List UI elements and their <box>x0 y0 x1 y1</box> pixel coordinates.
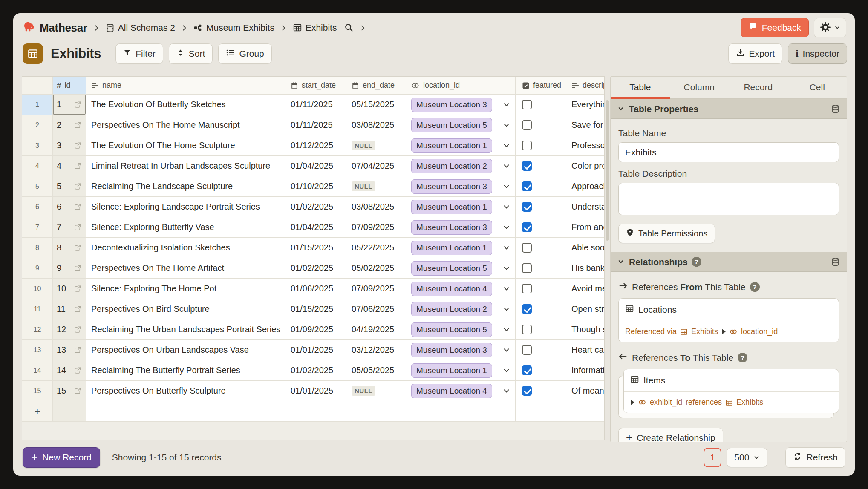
featured-checkbox[interactable] <box>522 161 532 171</box>
location-record-pill[interactable]: Museum Location 1 <box>411 200 492 214</box>
id-cell[interactable]: 9 <box>53 258 86 278</box>
chevron-down-icon[interactable] <box>503 183 510 190</box>
open-record-icon[interactable] <box>74 346 82 354</box>
open-record-icon[interactable] <box>74 141 82 150</box>
chevron-down-icon[interactable] <box>503 142 510 149</box>
name-cell[interactable]: Perspectives On Urban Landscapes Vase <box>86 340 285 360</box>
row-number-cell[interactable]: 12 <box>22 319 53 339</box>
scrollbar-thumb[interactable] <box>606 100 609 241</box>
row-number-cell[interactable]: 4 <box>22 156 53 176</box>
featured-checkbox[interactable] <box>522 263 532 273</box>
chevron-down-icon[interactable] <box>503 224 510 231</box>
location-cell[interactable]: Museum Location 4 <box>406 381 516 401</box>
breadcrumb-table[interactable]: Exhibits <box>293 23 337 33</box>
breadcrumb-expand-icon[interactable] <box>360 25 366 31</box>
name-cell[interactable]: Perspectives On Butterfly Sculpture <box>86 381 285 401</box>
featured-cell[interactable] <box>516 258 566 278</box>
description-cell[interactable]: Save for p <box>566 115 605 135</box>
name-cell[interactable]: Reclaiming The Landscape Sculpture <box>86 176 285 196</box>
featured-cell[interactable] <box>516 115 566 135</box>
open-record-icon[interactable] <box>74 101 82 109</box>
location-cell[interactable]: Museum Location 5 <box>406 258 516 278</box>
featured-checkbox[interactable] <box>522 304 532 314</box>
chevron-down-icon[interactable] <box>503 346 510 354</box>
breadcrumb-database[interactable]: Museum Exhibits <box>193 23 274 33</box>
row-number-cell[interactable]: 14 <box>22 360 53 380</box>
description-cell[interactable]: Heart cau <box>566 340 605 360</box>
relationships-section-header[interactable]: Relationships ? <box>611 252 847 272</box>
location-cell[interactable]: Museum Location 1 <box>406 360 516 380</box>
open-record-icon[interactable] <box>74 366 82 374</box>
header-end-date[interactable]: end_date <box>346 77 406 94</box>
name-cell[interactable]: Decontextualizing Isolation Sketches <box>86 238 285 258</box>
header-featured[interactable]: featured <box>516 77 566 94</box>
featured-cell[interactable] <box>516 381 566 401</box>
open-record-icon[interactable] <box>74 244 82 252</box>
name-cell[interactable]: Reclaiming The Butterfly Portrait Series <box>86 360 285 380</box>
featured-cell[interactable] <box>516 135 566 155</box>
id-cell[interactable]: 14 <box>53 360 86 380</box>
end-date-cell[interactable]: 05/22/2025NULL <box>346 238 406 258</box>
location-record-pill[interactable]: Museum Location 3 <box>411 179 492 194</box>
featured-cell[interactable] <box>516 279 566 299</box>
row-number-cell[interactable]: 13 <box>22 340 53 360</box>
filter-button[interactable]: Filter <box>115 43 163 64</box>
open-record-icon[interactable] <box>74 203 82 211</box>
description-cell[interactable]: Color pro <box>566 156 605 176</box>
tab-table[interactable]: Table <box>611 77 670 98</box>
header-start-date[interactable]: start_date <box>285 77 346 94</box>
start-date-cell[interactable]: 01/02/2025 <box>285 258 346 278</box>
end-date-cell[interactable]: 05/15/2025NULL <box>346 95 406 115</box>
description-cell[interactable]: From anc <box>566 217 605 237</box>
tab-cell[interactable]: Cell <box>788 77 847 98</box>
location-record-pill[interactable]: Museum Location 3 <box>411 343 492 357</box>
start-date-cell[interactable]: 01/06/2025 <box>285 279 346 299</box>
start-date-cell[interactable]: 01/01/2025 <box>285 340 346 360</box>
location-cell[interactable]: Museum Location 4 <box>406 279 516 299</box>
featured-checkbox[interactable] <box>522 120 532 130</box>
page-size-select[interactable]: 500 <box>727 448 767 467</box>
start-date-cell[interactable]: 01/11/2025 <box>285 95 346 115</box>
chevron-down-icon[interactable] <box>503 101 510 108</box>
header-id[interactable]: # id <box>53 77 86 94</box>
table-search-icon[interactable] <box>344 23 354 32</box>
location-record-pill[interactable]: Museum Location 5 <box>411 322 492 337</box>
chevron-down-icon[interactable] <box>503 367 510 374</box>
row-number-cell[interactable]: 11 <box>22 299 53 319</box>
header-description[interactable]: description <box>566 77 605 94</box>
open-record-icon[interactable] <box>74 325 82 334</box>
chevron-down-icon[interactable] <box>503 265 510 272</box>
featured-checkbox[interactable] <box>522 345 532 355</box>
end-date-cell[interactable]: 03/08/2025NULL <box>346 115 406 135</box>
refresh-button[interactable]: Refresh <box>785 447 845 468</box>
name-cell[interactable]: Liminal Retreat In Urban Landscapes Scul… <box>86 156 285 176</box>
location-record-pill[interactable]: Museum Location 2 <box>411 159 492 173</box>
end-date-cell[interactable]: 03/08/2025NULL <box>346 197 406 217</box>
create-relationship-button[interactable]: + Create Relationship <box>618 428 723 442</box>
row-number-cell[interactable]: 7 <box>22 217 53 237</box>
id-cell[interactable]: 5 <box>53 176 86 196</box>
featured-cell[interactable] <box>516 217 566 237</box>
location-record-pill[interactable]: Museum Location 3 <box>411 98 492 112</box>
description-cell[interactable]: Informati <box>566 360 605 380</box>
location-record-pill[interactable]: Museum Location 5 <box>411 118 492 132</box>
row-number-cell[interactable]: 2 <box>22 115 53 135</box>
row-number-cell[interactable]: 10 <box>22 279 53 299</box>
start-date-cell[interactable]: 01/12/2025 <box>285 135 346 155</box>
featured-checkbox[interactable] <box>522 181 532 191</box>
featured-cell[interactable] <box>516 299 566 319</box>
help-icon[interactable]: ? <box>738 353 747 362</box>
location-record-pill[interactable]: Museum Location 2 <box>411 302 492 316</box>
featured-checkbox[interactable] <box>522 243 532 253</box>
page-number-button[interactable]: 1 <box>704 448 721 467</box>
export-button[interactable]: Export <box>728 43 783 64</box>
row-number-cell[interactable]: 15 <box>22 381 53 401</box>
location-record-pill[interactable]: Museum Location 4 <box>411 384 492 398</box>
open-record-icon[interactable] <box>74 162 82 170</box>
start-date-cell[interactable]: 01/01/2025 <box>285 381 346 401</box>
id-cell[interactable]: 8 <box>53 238 86 258</box>
start-date-cell[interactable]: 01/04/2025 <box>285 156 346 176</box>
id-cell[interactable]: 3 <box>53 135 86 155</box>
featured-checkbox[interactable] <box>522 284 532 293</box>
featured-cell[interactable] <box>516 197 566 217</box>
